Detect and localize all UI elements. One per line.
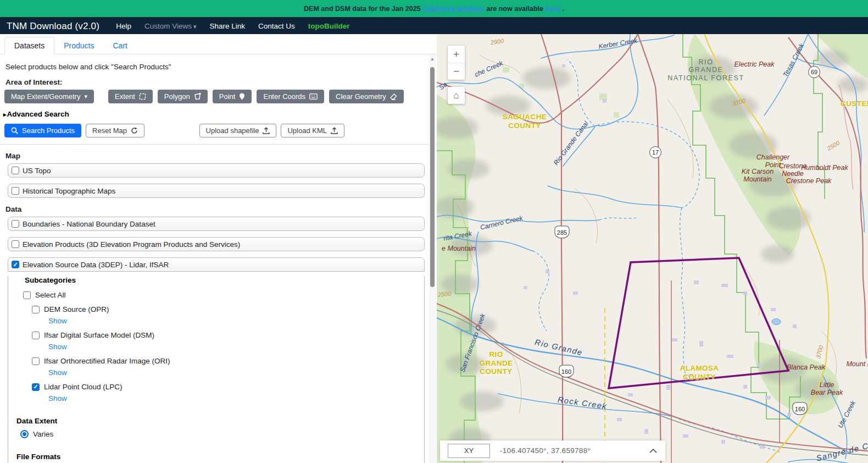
- subcategory-ifsar-dsm[interactable]: Ifsar Digital Surface Model (DSM): [32, 331, 424, 339]
- nav-share-link[interactable]: Share Link: [210, 22, 246, 30]
- nav-help[interactable]: Help: [116, 22, 131, 30]
- upload-kml-button[interactable]: Upload KML: [281, 124, 344, 137]
- advanced-search-toggle[interactable]: Advanced Search: [3, 110, 437, 118]
- checkbox[interactable]: [32, 383, 40, 391]
- search-icon: [11, 127, 18, 134]
- here-link[interactable]: here: [546, 5, 560, 13]
- subcategories-heading: Subcategories: [25, 276, 424, 284]
- topo-basemap: [437, 34, 868, 463]
- scrollbar-thumb[interactable]: [430, 67, 435, 287]
- extent-button[interactable]: Extent: [108, 90, 153, 103]
- keyboard-icon: [309, 93, 318, 100]
- checkbox[interactable]: [12, 167, 19, 174]
- elevation-source-subpanel: Subcategories Select All DEM Source (OPR…: [8, 276, 425, 463]
- home-extent-button[interactable]: ⌂: [448, 87, 465, 104]
- home-icon: ⌂: [453, 90, 459, 101]
- point-button[interactable]: Point: [213, 90, 252, 103]
- top-navbar: TNM Download (v2.0) Help Custom Views Sh…: [0, 18, 868, 34]
- tab-datasets[interactable]: Datasets: [4, 37, 54, 54]
- data-extent-varies[interactable]: Varies: [20, 430, 424, 438]
- nav-topobuilder[interactable]: topoBuilder: [308, 22, 350, 30]
- tab-bar: Datasets Products Cart: [0, 34, 437, 54]
- polygon-icon: [194, 93, 201, 100]
- zoom-out-button[interactable]: −: [448, 63, 465, 80]
- checkbox[interactable]: [32, 306, 40, 313]
- chevron-up-icon: [649, 448, 658, 454]
- map-canvas[interactable]: 2900che CreekSaKerber CreekTexas CreekRI…: [437, 34, 868, 463]
- enter-coords-button[interactable]: Enter Coords: [257, 90, 324, 103]
- reset-map-button[interactable]: Reset Map: [86, 124, 144, 137]
- extent-rect-icon: [139, 93, 146, 100]
- upload-icon: [263, 127, 270, 134]
- zoom-in-button[interactable]: +: [448, 46, 465, 63]
- coordinate-mode-button[interactable]: XY: [448, 444, 490, 458]
- map-section-heading: Map: [5, 152, 437, 160]
- coordinate-bar: XY -106.407450°, 37.659788°: [440, 440, 665, 461]
- upload-icon: [331, 127, 338, 134]
- refresh-icon: [131, 127, 138, 134]
- checkbox[interactable]: [23, 291, 31, 299]
- show-link-dsm[interactable]: Show: [48, 343, 424, 351]
- scroll-up-arrow-icon[interactable]: [429, 55, 436, 63]
- checkbox[interactable]: [12, 220, 19, 228]
- search-products-button[interactable]: Search Products: [4, 124, 81, 137]
- coordinate-readout: -106.407450°, 37.659788°: [500, 447, 591, 455]
- nav-custom-views[interactable]: Custom Views: [144, 22, 197, 30]
- geometry-toolbar: Map Extent/Geometry Extent Polygon Point…: [4, 90, 437, 103]
- banner-text-suffix: .: [562, 5, 564, 13]
- panel-scrollbar[interactable]: [429, 55, 436, 463]
- nav-contact-us[interactable]: Contact Us: [258, 22, 295, 30]
- checkbox[interactable]: [12, 240, 19, 248]
- dataset-row-us-topo[interactable]: US Topo: [8, 163, 425, 178]
- select-all-row[interactable]: Select All: [23, 291, 424, 299]
- subcategory-dem-source[interactable]: DEM Source (OPR): [32, 305, 424, 313]
- instructions-text: Select products below and click "Search …: [5, 63, 437, 71]
- datasets-panel: Datasets Products Cart Select products b…: [0, 34, 437, 463]
- polygon-button[interactable]: Polygon: [158, 90, 208, 103]
- file-formats-heading: File Formats: [16, 453, 424, 461]
- upload-shapefile-button[interactable]: Upload shapefile: [199, 124, 277, 137]
- california-wildfires-link[interactable]: California wildfires: [423, 5, 485, 13]
- dataset-row-elevation-products[interactable]: Elevation Products (3D Elevation Program…: [8, 237, 425, 251]
- data-extent-heading: Data Extent: [16, 417, 424, 425]
- show-link-lpc[interactable]: Show: [48, 394, 424, 403]
- section-divider: [0, 144, 437, 145]
- action-toolbar: Search Products Reset Map Upload shapefi…: [4, 124, 437, 137]
- announcement-banner: DEM and DSM data for the Jan 2025 Califo…: [0, 0, 868, 18]
- map-pin-icon: [239, 93, 245, 100]
- subcategory-lidar-lpc[interactable]: Lidar Point Cloud (LPC): [32, 383, 424, 391]
- checkbox[interactable]: [32, 357, 40, 365]
- eraser-icon: [390, 93, 397, 100]
- radio-button[interactable]: [20, 430, 29, 438]
- area-of-interest-label: Area of Interest:: [5, 78, 437, 86]
- checkbox[interactable]: [12, 187, 19, 195]
- checkbox[interactable]: [12, 261, 19, 268]
- clear-geometry-button[interactable]: Clear Geometry: [329, 90, 404, 103]
- zoom-controls: + −: [448, 46, 465, 80]
- app-title: TNM Download (v2.0): [7, 21, 99, 32]
- banner-text: DEM and DSM data for the Jan 2025: [304, 5, 421, 13]
- map-extent-geometry-dropdown[interactable]: Map Extent/Geometry: [4, 90, 94, 103]
- collapse-coordinate-bar-button[interactable]: [649, 448, 658, 454]
- tab-products[interactable]: Products: [54, 37, 103, 54]
- dataset-row-elevation-source[interactable]: Elevation Source Data (3DEP) - Lidar, If…: [8, 257, 425, 272]
- data-section-heading: Data: [5, 205, 437, 213]
- dataset-row-boundaries[interactable]: Boundaries - National Boundary Dataset: [8, 217, 425, 231]
- show-link-dem[interactable]: Show: [48, 317, 424, 325]
- dataset-row-historical-maps[interactable]: Historical Topographic Maps: [8, 184, 425, 198]
- banner-text-middle: are now available: [486, 5, 543, 13]
- show-link-ori[interactable]: Show: [48, 368, 424, 377]
- tab-cart[interactable]: Cart: [104, 37, 137, 54]
- subcategory-ifsar-ori[interactable]: Ifsar Orthorectified Radar Image (ORI): [32, 357, 424, 365]
- checkbox[interactable]: [32, 332, 40, 339]
